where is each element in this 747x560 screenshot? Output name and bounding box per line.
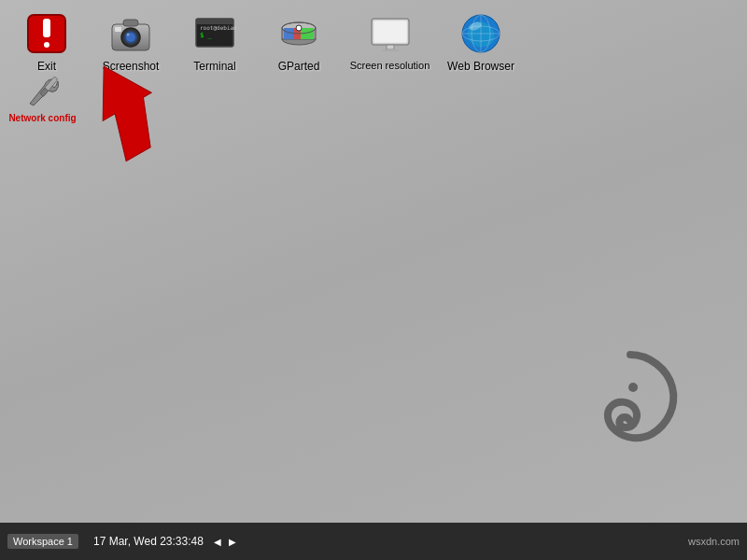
terminal-icon-button[interactable]: $ _ root@debian Terminal: [177, 7, 252, 77]
network-config-label: Network config: [8, 113, 76, 123]
web-browser-icon: [458, 11, 503, 56]
svg-rect-5: [123, 20, 138, 26]
svg-rect-28: [374, 21, 406, 42]
web-browser-label: Web Browser: [447, 60, 514, 73]
svg-point-2: [44, 42, 49, 48]
taskbar-branding: wsxdn.com: [688, 536, 740, 547]
svg-rect-26: [387, 45, 394, 49]
svg-rect-1: [43, 19, 50, 37]
terminal-icon: $ _ root@debian: [192, 11, 237, 56]
gparted-icon-button[interactable]: GParted: [261, 7, 336, 77]
terminal-label: Terminal: [193, 60, 235, 73]
svg-rect-19: [284, 28, 293, 39]
web-browser-icon-button[interactable]: Web Browser: [444, 7, 518, 77]
screen-resolution-icon-button[interactable]: Screen resolution: [345, 7, 434, 75]
svg-rect-10: [115, 27, 121, 32]
prev-workspace-arrow[interactable]: ◀: [211, 535, 224, 549]
screenshot-label: Screenshot: [103, 60, 160, 73]
workspace-label[interactable]: Workspace 1: [7, 534, 78, 549]
debian-swirl-logo: [570, 345, 691, 467]
taskbar: Workspace 1 17 Mar, Wed 23:33:48 ◀ ▶ wsx…: [0, 523, 747, 560]
exit-icon-button[interactable]: Exit: [9, 7, 84, 77]
workspace-section: Workspace 1: [7, 534, 78, 549]
tools-icon: [22, 70, 63, 111]
svg-text:root@debian: root@debian: [200, 24, 237, 31]
taskbar-arrows: ◀ ▶: [211, 535, 239, 549]
screen-resolution-label: Screen resolution: [350, 60, 430, 71]
desktop: Exit: [0, 0, 747, 523]
taskbar-datetime: 17 Mar, Wed 23:33:48: [93, 535, 204, 548]
network-config-icon-button[interactable]: Network config: [7, 70, 78, 123]
exit-icon: [24, 11, 69, 56]
gparted-label: GParted: [278, 60, 320, 73]
next-workspace-arrow[interactable]: ▶: [226, 535, 239, 549]
screen-resolution-icon: [368, 11, 413, 56]
svg-point-40: [628, 383, 638, 392]
gparted-icon: [276, 11, 321, 56]
svg-point-9: [127, 34, 130, 36]
svg-text:$ _: $ _: [200, 32, 212, 39]
camera-icon: [108, 11, 153, 56]
svg-rect-27: [382, 49, 399, 51]
screenshot-icon-button[interactable]: Screenshot: [93, 7, 168, 77]
toolbar: Exit: [0, 0, 747, 84]
svg-point-23: [296, 25, 302, 31]
